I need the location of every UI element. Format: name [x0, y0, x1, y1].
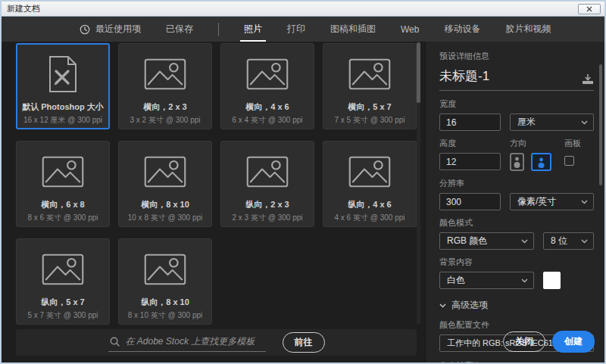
- card-title: 横向，4 x 6: [245, 101, 289, 113]
- card-subtitle: 3 x 2 英寸 @ 300 ppi: [130, 115, 201, 126]
- background-color-swatch[interactable]: [543, 272, 561, 289]
- titlebar: 新建文档: [2, 2, 604, 17]
- resolution-unit-select[interactable]: 像素/英寸: [510, 193, 594, 210]
- tab-divider: [218, 23, 219, 36]
- save-preset-icon[interactable]: [582, 74, 594, 85]
- image-placeholder-icon: [348, 54, 391, 95]
- window-title: 新建文档: [7, 3, 40, 14]
- tab-label: Web: [401, 24, 419, 35]
- image-placeholder-icon: [144, 249, 186, 290]
- card-title: 纵向，8 x 10: [141, 297, 189, 308]
- template-card[interactable]: 横向，6 x 8 8 x 6 英寸 @ 300 ppi: [16, 141, 110, 227]
- card-title: 横向，5 x 7: [348, 101, 391, 113]
- template-card[interactable]: 横向，8 x 10 10 x 8 英寸 @ 300 ppi: [118, 141, 212, 227]
- chevron-down-icon: [581, 120, 588, 125]
- close-button[interactable]: 关闭: [503, 331, 545, 352]
- stock-search-input[interactable]: 在 Adobe Stock 上查找更多模板: [108, 334, 266, 352]
- artboard-label: 画板: [564, 138, 581, 149]
- tab-label: 移动设备: [444, 23, 480, 36]
- card-title: 横向，2 x 3: [143, 101, 186, 113]
- tab-web[interactable]: Web: [401, 24, 419, 35]
- resolution-unit-value: 像素/英寸: [517, 195, 556, 208]
- orientation-portrait-button[interactable]: [510, 153, 524, 171]
- tab-label: 图稿和插图: [330, 23, 376, 36]
- close-window-button[interactable]: [578, 4, 601, 14]
- template-card[interactable]: 横向，5 x 7 7 x 5 英寸 @ 300 ppi: [323, 43, 417, 129]
- template-card[interactable]: 纵向，8 x 10 8 x 10 英寸 @ 300 ppi: [118, 238, 212, 325]
- card-subtitle: 2 x 3 英寸 @ 300 ppi: [233, 213, 303, 223]
- tab-mobile[interactable]: 移动设备: [444, 23, 480, 36]
- new-document-dialog: 新建文档 最近使用项 已保存 照片 打印 图稿和插图 Web 移动设备 胶片和视…: [0, 0, 606, 364]
- height-input[interactable]: 12: [439, 153, 501, 170]
- landscape-orientation-icon: [531, 153, 551, 171]
- color-mode-select[interactable]: RGB 颜色: [439, 232, 534, 250]
- tab-print[interactable]: 打印: [287, 23, 305, 36]
- advanced-options-label: 高级选项: [451, 299, 488, 312]
- card-subtitle: 8 x 10 英寸 @ 300 ppi: [128, 310, 203, 321]
- pixel-aspect-label: 像素长宽比: [439, 360, 594, 364]
- panel-header: 预设详细信息: [439, 51, 594, 62]
- image-placeholder-icon: [42, 151, 84, 192]
- tab-photo[interactable]: 照片: [244, 23, 262, 36]
- image-placeholder-icon: [144, 54, 186, 95]
- card-subtitle: 6 x 4 英寸 @ 300 ppi: [233, 115, 303, 126]
- search-placeholder: 在 Adobe Stock 上查找更多模板: [126, 335, 255, 348]
- tab-art-illustration[interactable]: 图稿和插图: [330, 23, 376, 36]
- chevron-down-icon: [581, 239, 588, 244]
- width-unit-select[interactable]: 厘米: [510, 114, 594, 131]
- tab-label: 照片: [244, 23, 262, 36]
- preset-card-grid: 默认 Photoshop 大小 16 x 12 厘米 @ 300 ppi 横向，…: [16, 43, 425, 325]
- card-subtitle: 8 x 6 英寸 @ 300 ppi: [28, 213, 98, 223]
- clock-icon: [80, 24, 90, 35]
- template-card[interactable]: 纵向，5 x 7 5 x 7 英寸 @ 300 ppi: [16, 238, 110, 325]
- height-label: 高度: [439, 138, 510, 149]
- chevron-down-icon: [581, 200, 588, 204]
- panel-scrollbar-thumb[interactable]: [599, 64, 602, 185]
- image-placeholder-icon: [144, 151, 186, 192]
- background-select[interactable]: 白色: [439, 272, 534, 289]
- preset-scrollbar[interactable]: [417, 42, 420, 324]
- color-mode-value: RGB 颜色: [447, 235, 487, 247]
- bit-depth-select[interactable]: 8 位: [543, 232, 594, 250]
- tab-label: 胶片和视频: [505, 23, 551, 36]
- template-card-default-photoshop[interactable]: 默认 Photoshop 大小 16 x 12 厘米 @ 300 ppi: [16, 43, 110, 129]
- tab-film-video[interactable]: 胶片和视频: [505, 23, 551, 36]
- background-label: 背景内容: [439, 257, 594, 268]
- card-title: 横向，6 x 8: [41, 199, 84, 210]
- tab-recent[interactable]: 最近使用项: [80, 23, 141, 36]
- close-icon: [586, 6, 592, 12]
- card-title: 横向，8 x 10: [141, 199, 189, 210]
- template-card[interactable]: 横向，2 x 3 3 x 2 英寸 @ 300 ppi: [118, 43, 212, 129]
- create-button[interactable]: 创建: [552, 331, 595, 353]
- card-subtitle: 7 x 5 英寸 @ 300 ppi: [335, 115, 405, 126]
- search-icon: [110, 337, 120, 347]
- color-profile-label: 颜色配置文件: [439, 319, 594, 331]
- chevron-down-icon: [521, 239, 528, 244]
- card-subtitle: 5 x 7 英寸 @ 300 ppi: [28, 310, 98, 321]
- template-card[interactable]: 纵向，2 x 3 2 x 3 英寸 @ 300 ppi: [220, 141, 314, 227]
- width-input[interactable]: 16: [439, 114, 501, 131]
- tab-saved[interactable]: 已保存: [166, 23, 193, 36]
- card-subtitle: 10 x 8 英寸 @ 300 ppi: [128, 213, 203, 223]
- image-placeholder-icon: [246, 54, 289, 95]
- dialog-footer: 关闭 创建: [503, 331, 595, 353]
- template-card[interactable]: 纵向，4 x 6 4 x 6 英寸 @ 300 ppi: [323, 141, 417, 227]
- advanced-options-toggle[interactable]: 高级选项: [439, 299, 594, 312]
- document-name-field[interactable]: 未标题-1: [439, 67, 594, 91]
- adobe-stock-searchbar: 在 Adobe Stock 上查找更多模板 前往: [16, 329, 417, 356]
- width-unit-value: 厘米: [517, 116, 536, 129]
- resolution-input[interactable]: 300: [439, 193, 501, 210]
- scrollbar-thumb[interactable]: [417, 42, 420, 103]
- orientation-label: 方向: [510, 138, 564, 149]
- artboard-checkbox[interactable]: [564, 156, 574, 166]
- card-title: 纵向，5 x 7: [41, 297, 84, 308]
- template-card[interactable]: 横向，4 x 6 6 x 4 英寸 @ 300 ppi: [220, 43, 314, 129]
- bit-depth-value: 8 位: [551, 235, 567, 247]
- image-placeholder-icon: [246, 151, 289, 192]
- document-name: 未标题-1: [439, 67, 489, 85]
- card-title: 纵向，2 x 3: [245, 199, 289, 210]
- orientation-landscape-button[interactable]: [531, 153, 551, 171]
- dialog-content: 默认 Photoshop 大小 16 x 12 厘米 @ 300 ppi 横向，…: [2, 42, 604, 362]
- go-button[interactable]: 前往: [283, 332, 325, 353]
- image-placeholder-icon: [42, 249, 84, 290]
